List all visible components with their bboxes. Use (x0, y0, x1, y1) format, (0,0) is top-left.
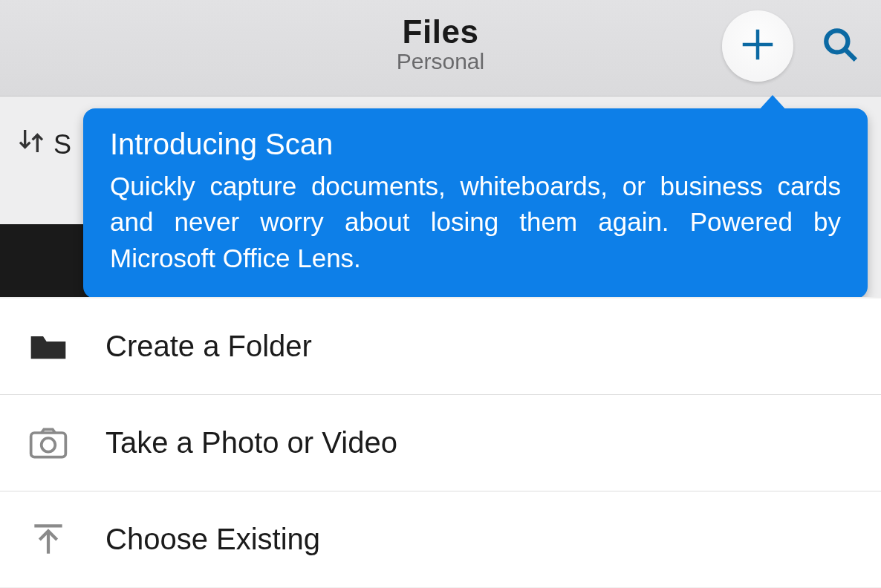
menu-item-create-folder[interactable]: Create a Folder (0, 298, 881, 395)
scan-callout[interactable]: Introducing Scan Quickly capture documen… (83, 108, 868, 297)
camera-icon (27, 422, 70, 465)
search-button[interactable] (822, 26, 859, 66)
menu-label: Choose Existing (105, 523, 320, 556)
svg-point-5 (42, 438, 56, 452)
add-button[interactable] (722, 10, 793, 82)
sort-icon (16, 126, 46, 163)
top-section: Files Personal S Introducing Scan Quickl… (0, 0, 881, 297)
svg-rect-4 (31, 433, 66, 457)
action-menu: Create a Folder Take a Photo or Video Ch… (0, 297, 881, 588)
header-actions (722, 10, 859, 82)
menu-item-take-photo[interactable]: Take a Photo or Video (0, 395, 881, 491)
callout-title: Introducing Scan (110, 128, 841, 161)
svg-point-2 (826, 30, 848, 52)
search-icon (822, 53, 859, 65)
menu-label: Create a Folder (105, 330, 312, 363)
menu-item-choose-existing[interactable]: Choose Existing (0, 491, 881, 588)
upload-icon (27, 518, 70, 561)
sort-row[interactable]: S (16, 126, 71, 163)
callout-arrow (758, 95, 787, 111)
menu-label: Take a Photo or Video (105, 426, 397, 460)
sort-label-fragment: S (53, 129, 71, 160)
header-bar: Files Personal (0, 0, 881, 97)
plus-icon (738, 24, 778, 68)
folder-icon (27, 325, 70, 368)
callout-body: Quickly capture documents, whiteboards, … (110, 169, 841, 276)
svg-line-3 (845, 49, 856, 60)
